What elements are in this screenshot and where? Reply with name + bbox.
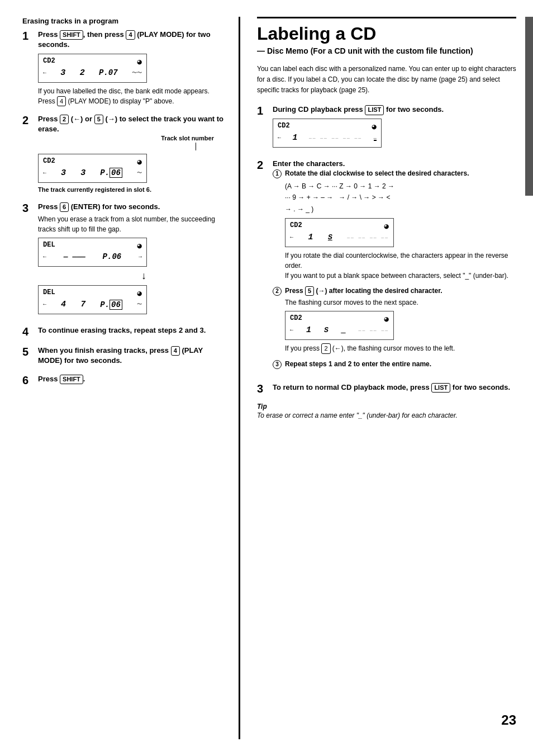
lcd-display-3a: DEL ◕ ← — ——— P.06 → <box>38 238 147 267</box>
tip-text: To erase or correct a name enter "_" (un… <box>257 410 516 420</box>
step-2-caption: The track currently registered in slot 6… <box>38 186 227 193</box>
lcd1-row1-left: CD2 <box>43 57 55 67</box>
lcd3a-row2-right: P.06 <box>103 252 122 261</box>
substep-3-circle: 3 <box>273 360 282 369</box>
lcd3b-row2-center: 7 <box>80 300 85 309</box>
step-3: 3 Press 6 (ENTER) for two seconds. When … <box>22 202 227 318</box>
tip-label: Tip <box>257 403 516 410</box>
shift-key-2: SHIFT <box>60 375 83 384</box>
lcdS2-right: ◕ <box>384 314 389 324</box>
key-4c: 4 <box>171 346 180 356</box>
flashing-cursor-text: the flashing cursor <box>348 344 402 352</box>
lcdS1-segs: —— —— —— —— <box>347 235 389 240</box>
step-3-text: When you erase a track from a slot numbe… <box>38 214 227 234</box>
page-number: 23 <box>501 712 516 728</box>
lcd-substep-1: CD2 ◕ ← 1 S —— —— —— —— <box>285 218 394 247</box>
lcd2-row2-right: P.06 <box>100 168 122 177</box>
right-step-2-content: Enter the characters. 1 Rotate the dial … <box>273 159 516 375</box>
step-6-label: Press SHIFT. <box>38 374 227 384</box>
step-1-content: Press SHIFT, then press 4 (PLAY MODE) fo… <box>38 30 227 106</box>
step-6-content: Press SHIFT. <box>38 374 227 384</box>
lcd-display-3b: DEL ◕ ← 4 7 P.06 〜 <box>38 285 147 314</box>
right-step-2-number: 2 <box>257 159 269 171</box>
right-step-1-label: During CD playback press LIST for two se… <box>273 105 516 115</box>
key-4b: 4 <box>57 96 66 107</box>
lcd3b-row1-right: ◕ <box>137 289 142 298</box>
step-4-content: To continue erasing tracks, repeat steps… <box>38 325 227 336</box>
lcd3b-row2-left: 4 <box>61 300 66 309</box>
substep-2-text-2: If you press 2 (←), the flashing cursor … <box>285 343 516 354</box>
lcdS2-segs: —— —— —— <box>359 328 389 333</box>
step-1: 1 Press SHIFT, then press 4 (PLAY MODE) … <box>22 30 227 106</box>
key-4: 4 <box>126 30 135 40</box>
substep-1: 1 Rotate the dial clockwise to select th… <box>273 169 516 281</box>
step-6-number: 6 <box>22 374 35 386</box>
right-step-3-content: To return to normal CD playback mode, pr… <box>273 382 516 393</box>
shift-key: SHIFT <box>60 30 83 40</box>
substep-2-label: Press 5 (→) after locating the desired c… <box>285 286 516 296</box>
lcdS2-char-s: S <box>324 326 329 334</box>
track-slot-label: Track slot number <box>38 135 227 141</box>
lcd2-row2-left: 3 <box>61 168 66 178</box>
right-intro: You can label each disc with a personali… <box>257 64 516 96</box>
lcdS1-num: 1 <box>308 233 313 242</box>
right-step-1-content: During CD playback press LIST for two se… <box>273 105 516 150</box>
lcd1-row2-left: 3 <box>60 68 65 78</box>
lcd-display-1: CD2 ◕ ← 3 2 P.07 〜〜 <box>38 54 147 83</box>
lcd-display-2: CD2 ◕ ← 3 3 P.06 〜 <box>38 154 147 183</box>
lcd1-waves: 〜〜 <box>132 69 142 77</box>
lcdS1-arrow-left: ← <box>290 234 293 240</box>
lcdS2-num: 1 <box>306 325 311 335</box>
left-section-title: Erasing tracks in a program <box>22 17 227 25</box>
step-3-number: 3 <box>22 202 35 214</box>
step-4: 4 To continue erasing tracks, repeat ste… <box>22 325 227 338</box>
lcd2-row1-right: ◕ <box>137 157 142 167</box>
step-4-number: 4 <box>22 325 35 338</box>
substep-1-circle: 1 <box>273 169 282 178</box>
right-column: Labeling a CD — Disc Memo (For a CD unit… <box>240 17 533 739</box>
substep-3-label: Repeat steps 1 and 2 to enter the entire… <box>285 360 516 369</box>
key-5a: 5 <box>94 115 103 124</box>
lcd3a-row2-left: — ——— <box>64 253 85 261</box>
key-2a: 2 <box>60 115 69 124</box>
lcd1-row1-right: ◕ <box>137 57 142 67</box>
step-2-content: Press 2 (←) or 5 (→) to select the track… <box>38 114 227 194</box>
step-5: 5 When you finish erasing tracks, press … <box>22 346 227 366</box>
right-step-2: 2 Enter the characters. 1 Rotate the dia… <box>257 159 516 375</box>
right-step-3-label: To return to normal CD playback mode, pr… <box>273 382 516 393</box>
step-1-label: Press SHIFT, then press 4 (PLAY MODE) fo… <box>38 30 227 50</box>
lcd3a-row1-right: ◕ <box>137 241 142 251</box>
lcdR1-cursor: _ <box>374 134 377 141</box>
lcdS1-left: CD2 <box>290 221 302 231</box>
lcd3b-row1-left: DEL <box>43 289 55 298</box>
lcd3a-row1-left: DEL <box>43 241 55 251</box>
substep-3-content: Repeat steps 1 and 2 to enter the entire… <box>285 360 516 369</box>
lcd3b-row2-right: P.06 <box>100 300 122 309</box>
lcd-substep-2: CD2 ◕ ← 1 S _ —— —— —— <box>285 311 394 340</box>
step-5-label: When you finish erasing tracks, press 4 … <box>38 346 227 366</box>
lcd1-row2-center: 2 <box>80 68 85 78</box>
step-5-content: When you finish erasing tracks, press 4 … <box>38 346 227 366</box>
down-arrow: ↓ <box>60 270 227 282</box>
list-key-1: LIST <box>365 105 384 115</box>
tip-section: Tip To erase or correct a name enter "_"… <box>257 403 516 420</box>
lcdS2-cursor: _ <box>341 326 346 334</box>
key-6: 6 <box>60 202 69 212</box>
right-step-1-number: 1 <box>257 105 269 117</box>
right-step-3-number: 3 <box>257 382 269 395</box>
substep-2-text-1: The flashing cursor moves to the next sp… <box>285 297 516 308</box>
right-subtitle: — Disc Memo (For a CD unit with the cust… <box>257 46 516 57</box>
substep-3: 3 Repeat steps 1 and 2 to enter the enti… <box>273 360 516 369</box>
lcd2-waves: 〜 <box>137 169 142 177</box>
substep-2-content: Press 5 (→) after locating the desired c… <box>285 286 516 354</box>
lcdR1-arrow-left: ← <box>278 135 281 141</box>
step-3-content: Press 6 (ENTER) for two seconds. When yo… <box>38 202 227 318</box>
lcd3a-arrow-left: ← <box>43 254 46 260</box>
lcdS1-right: ◕ <box>384 221 389 231</box>
left-column: Erasing tracks in a program 1 Press SHIF… <box>0 17 240 739</box>
substep-1-label: Rotate the dial clockwise to select the … <box>285 169 516 178</box>
key-2b: 2 <box>321 343 330 354</box>
lcd3a-arrow-right: → <box>139 254 142 260</box>
substep-2: 2 Press 5 (→) after locating the desired… <box>273 286 516 354</box>
right-main-title: Labeling a CD <box>257 17 516 44</box>
